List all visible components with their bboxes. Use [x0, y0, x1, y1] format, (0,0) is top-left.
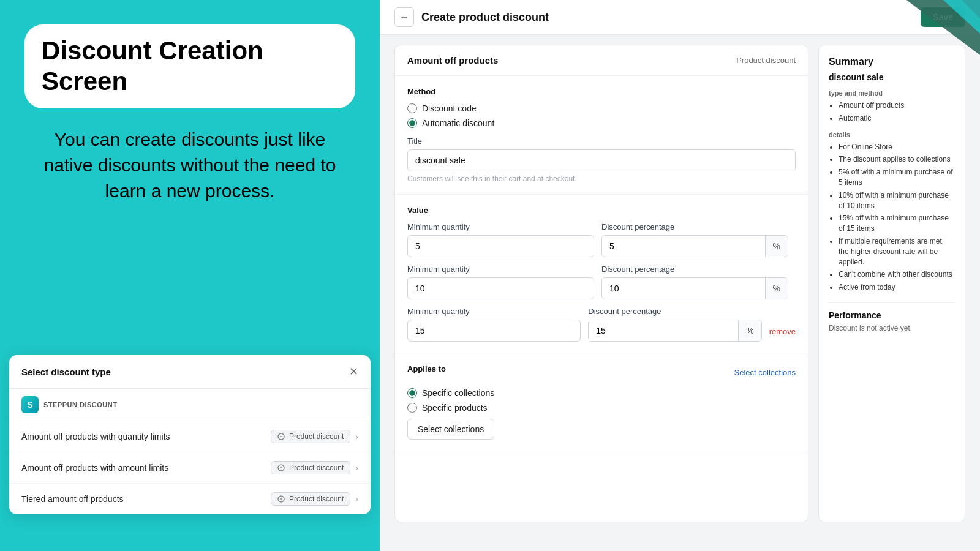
select-collections-button[interactable]: Select collections: [407, 419, 494, 440]
method-title: Method: [407, 87, 796, 96]
summary-type-method-list: Amount off productsAutomatic: [829, 100, 955, 124]
applies-specific-collections[interactable]: Specific collections: [407, 388, 796, 398]
method-discount-code[interactable]: Discount code: [407, 103, 796, 113]
modal-item-right: Product discount ›: [271, 461, 358, 474]
disc-pct-group: Discount percentage %: [588, 307, 761, 342]
summary-details-list: For Online StoreThe discount applies to …: [829, 142, 955, 293]
min-qty-label: Minimum quantity: [407, 264, 594, 274]
back-button[interactable]: ←: [394, 7, 414, 27]
product-badge: Product discount: [271, 492, 350, 506]
title-field-group: Title Customers will see this in their c…: [407, 137, 796, 183]
modal-item-label: Amount off products with quantity limits: [21, 432, 170, 441]
modal-item[interactable]: Tiered amount off products Product disco…: [9, 484, 371, 514]
value-rows: Minimum quantity Discount percentage % M…: [407, 222, 796, 342]
min-qty-group: Minimum quantity: [407, 307, 581, 342]
modal-brand: S STEPPUN DISCOUNT: [9, 389, 371, 421]
page-title: Create product discount: [421, 11, 549, 24]
value-row: Minimum quantity Discount percentage %: [407, 264, 796, 299]
title-hint: Customers will see this in their cart an…: [407, 174, 796, 183]
top-bar-left: ← Create product discount: [394, 7, 549, 27]
modal-item[interactable]: Amount off products with quantity limits…: [9, 421, 371, 452]
applies-to-section: Applies to Select collections Specific c…: [395, 353, 808, 451]
summary-detail-item: Can't combine with other discounts: [839, 269, 955, 280]
summary-title: Summary: [829, 56, 955, 67]
min-qty-input[interactable]: [407, 320, 581, 342]
applies-header: Applies to Select collections: [407, 364, 796, 381]
min-qty-group: Minimum quantity: [407, 222, 594, 257]
performance-title: Performance: [829, 310, 955, 320]
disc-pct-group: Discount percentage %: [601, 222, 788, 257]
modal-title: Select discount type: [21, 367, 111, 377]
method-automatic-discount[interactable]: Automatic discount: [407, 118, 796, 128]
disc-pct-input[interactable]: [602, 278, 765, 299]
summary-type-method-item: Automatic: [839, 113, 955, 124]
modal-item[interactable]: Amount off products with amount limits P…: [9, 452, 371, 484]
min-qty-label: Minimum quantity: [407, 307, 581, 316]
top-bar: ← Create product discount Save: [380, 0, 980, 35]
main-content: Amount off products Product discount Met…: [380, 35, 980, 551]
select-collections-link[interactable]: Select collections: [734, 368, 796, 377]
heading: Discount Creation Screen: [24, 24, 355, 108]
chevron-right-icon: ›: [355, 463, 358, 473]
method-discount-code-label: Discount code: [422, 103, 477, 113]
applies-specific-products-radio[interactable]: [407, 403, 417, 413]
summary-detail-item: 10% off with a minimum purchase of 10 it…: [839, 190, 955, 211]
form-section-badge: Product discount: [736, 56, 796, 65]
modal-items-list: Amount off products with quantity limits…: [9, 421, 371, 514]
applies-specific-collections-radio[interactable]: [407, 388, 417, 398]
summary-discount-name: discount sale: [829, 72, 955, 82]
summary-details-label: details: [829, 131, 955, 138]
chevron-right-icon: ›: [355, 494, 358, 504]
form-section-title: Amount off products: [407, 55, 498, 66]
value-row: Minimum quantity Discount percentage %: [407, 222, 796, 257]
method-section: Method Discount code Automatic discount …: [395, 76, 808, 195]
disc-pct-input[interactable]: [602, 236, 765, 257]
modal-item-label: Tiered amount off products: [21, 494, 124, 504]
performance-section: Performance Discount is not active yet.: [829, 302, 955, 332]
applies-specific-products-label: Specific products: [422, 403, 488, 413]
pct-suffix: %: [765, 236, 788, 257]
title-input[interactable]: [407, 149, 796, 171]
method-automatic-discount-label: Automatic discount: [422, 118, 494, 128]
summary-detail-item: For Online Store: [839, 142, 955, 152]
method-radio-group: Discount code Automatic discount: [407, 103, 796, 128]
summary-card: Summary discount sale type and method Am…: [818, 45, 965, 522]
modal-header: Select discount type ✕: [9, 355, 371, 389]
disc-pct-label: Discount percentage: [601, 222, 788, 231]
product-badge: Product discount: [271, 430, 350, 443]
value-section: Value Minimum quantity Discount percenta…: [395, 195, 808, 353]
disc-pct-input-wrapper: %: [601, 277, 788, 299]
chevron-right-icon: ›: [355, 432, 358, 441]
disc-pct-group: Discount percentage %: [601, 264, 788, 299]
brand-icon: S: [21, 396, 39, 413]
summary-type-method-label: type and method: [829, 89, 955, 97]
min-qty-input[interactable]: [407, 277, 594, 299]
back-icon: ←: [399, 12, 409, 23]
pct-suffix: %: [738, 320, 761, 341]
modal-item-right: Product discount ›: [271, 492, 358, 506]
card-header: Amount off products Product discount: [395, 45, 808, 76]
applies-specific-products[interactable]: Specific products: [407, 403, 796, 413]
form-card: Amount off products Product discount Met…: [394, 45, 809, 522]
min-qty-input[interactable]: [407, 235, 594, 257]
summary-detail-item: If multiple requirements are met, the hi…: [839, 236, 955, 267]
modal-close-button[interactable]: ✕: [349, 365, 358, 378]
modal-item-label: Amount off products with amount limits: [21, 463, 168, 473]
method-automatic-discount-radio[interactable]: [407, 118, 417, 128]
value-row: Minimum quantity Discount percentage % r…: [407, 307, 796, 342]
applies-specific-collections-label: Specific collections: [422, 388, 494, 398]
brand-name: STEPPUN DISCOUNT: [43, 401, 117, 408]
summary-detail-item: 15% off with a minimum purchase of 15 it…: [839, 213, 955, 234]
method-discount-code-radio[interactable]: [407, 103, 417, 113]
applies-to-title: Applies to: [407, 364, 446, 373]
summary-detail-item: 5% off with a minimum purchase of 5 item…: [839, 167, 955, 188]
min-qty-group: Minimum quantity: [407, 264, 594, 299]
save-button[interactable]: Save: [921, 7, 965, 27]
summary-detail-item: The discount applies to collections: [839, 154, 955, 165]
left-panel: Discount Creation Screen You can create …: [0, 0, 380, 551]
product-badge: Product discount: [271, 461, 350, 474]
discount-type-modal: Select discount type ✕ S STEPPUN DISCOUN…: [9, 355, 371, 514]
remove-button[interactable]: remove: [769, 327, 796, 342]
value-title: Value: [407, 206, 796, 215]
disc-pct-input[interactable]: [589, 320, 738, 341]
